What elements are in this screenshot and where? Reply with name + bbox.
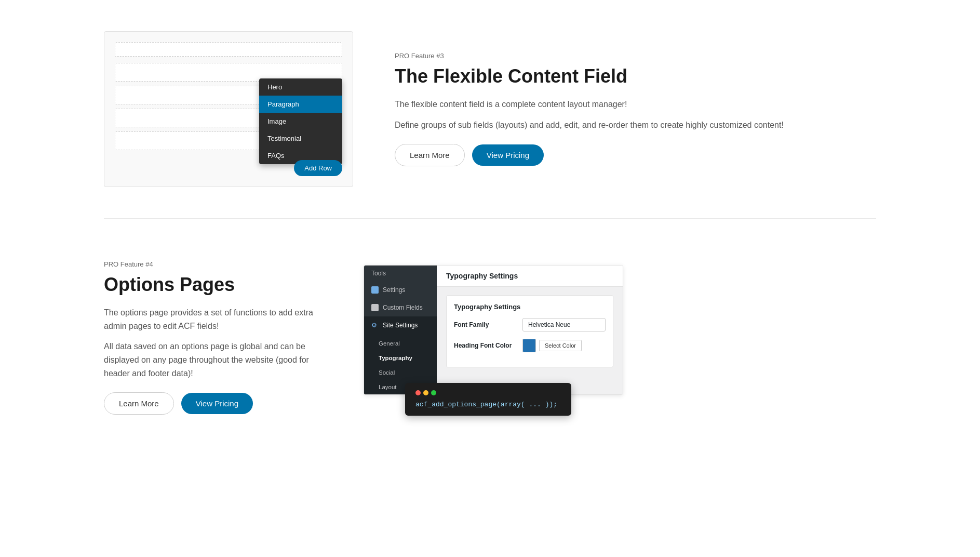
font-family-label: Font Family — [454, 321, 516, 328]
pro-badge-2: PRO Feature #4 — [104, 260, 322, 268]
code-snippet-overlay: acf_add_options_page(array( ... )); — [405, 383, 571, 416]
typography-settings-body: Typography Settings Font Family Helvetic… — [437, 287, 623, 376]
code-window-dots — [415, 390, 561, 395]
font-family-value[interactable]: Helvetica Neue — [522, 318, 606, 331]
code-text: acf_add_options_page(array( ... )); — [415, 401, 561, 408]
typography-section-title: Typography Settings — [454, 303, 606, 311]
font-family-row: Font Family Helvetica Neue — [454, 318, 606, 331]
flexible-visual-container: Hero Paragraph Image Testimonial FAQs Ad… — [104, 31, 353, 187]
section-flexible-content: Hero Paragraph Image Testimonial FAQs Ad… — [0, 0, 980, 218]
learn-more-button-1[interactable]: Learn More — [395, 144, 465, 166]
gear-icon: ⚙ — [371, 322, 379, 329]
page-wrapper: Hero Paragraph Image Testimonial FAQs Ad… — [0, 0, 980, 456]
dot-green — [431, 390, 436, 395]
section-2-desc1: The options page provides a set of funct… — [104, 306, 322, 333]
section-2-title: Options Pages — [104, 273, 322, 296]
select-color-button[interactable]: Select Color — [539, 340, 582, 351]
learn-more-button-2[interactable]: Learn More — [104, 392, 174, 415]
dot-red — [415, 390, 421, 395]
sidebar-item-settings[interactable]: Settings — [364, 281, 437, 299]
color-input-group: Select Color — [522, 339, 582, 352]
section-1-desc2: Define groups of sub fields (layouts) an… — [395, 118, 876, 132]
sidebar-item-custom-fields[interactable]: Custom Fields — [364, 299, 437, 316]
dot-yellow — [423, 390, 428, 395]
custom-fields-icon — [371, 304, 379, 311]
sidebar-site-settings-label: Site Settings — [383, 322, 418, 329]
section-1-title: The Flexible Content Field — [395, 65, 876, 87]
wp-sidebar: Tools Settings Custom Fields ⚙ Site Sett… — [364, 266, 437, 394]
dropdown-item-image[interactable]: Image — [259, 113, 342, 130]
flexible-content-text: PRO Feature #3 The Flexible Content Fiel… — [395, 52, 876, 166]
section-1-desc1: The flexible content field is a complete… — [395, 98, 876, 111]
layout-dropdown[interactable]: Hero Paragraph Image Testimonial FAQs — [259, 78, 342, 164]
sidebar-tools: Tools — [364, 266, 437, 281]
add-row-button[interactable]: Add Row — [294, 160, 342, 176]
view-pricing-button-1[interactable]: View Pricing — [472, 144, 544, 166]
section-1-buttons: Learn More View Pricing — [395, 144, 876, 166]
heading-color-label: Heading Font Color — [454, 342, 516, 349]
pro-badge-1: PRO Feature #3 — [395, 52, 876, 60]
flexible-content-visual: Hero Paragraph Image Testimonial FAQs Ad… — [104, 31, 353, 187]
heading-color-row: Heading Font Color Select Color — [454, 339, 606, 352]
settings-icon — [371, 286, 379, 294]
typography-settings-header: Typography Settings — [437, 266, 623, 287]
flex-row-top — [115, 42, 342, 57]
submenu-typography[interactable]: Typography — [364, 351, 437, 365]
wp-admin-panel: Tools Settings Custom Fields ⚙ Site Sett… — [364, 265, 623, 395]
options-visual-container: Tools Settings Custom Fields ⚙ Site Sett… — [364, 265, 634, 410]
options-pages-visual: Tools Settings Custom Fields ⚙ Site Sett… — [364, 265, 876, 410]
submenu-social[interactable]: Social — [364, 365, 437, 380]
dropdown-item-paragraph[interactable]: Paragraph — [259, 96, 342, 113]
options-pages-text: PRO Feature #4 Options Pages The options… — [104, 260, 322, 415]
dropdown-item-hero[interactable]: Hero — [259, 78, 342, 96]
wp-main-content: Typography Settings Typography Settings … — [437, 266, 623, 394]
sidebar-item-site-settings[interactable]: ⚙ Site Settings — [364, 316, 437, 334]
section-2-desc2: All data saved on an options page is glo… — [104, 340, 322, 380]
section-2-buttons: Learn More View Pricing — [104, 392, 322, 415]
sidebar-settings-label: Settings — [383, 286, 405, 294]
section-options-pages: PRO Feature #4 Options Pages The options… — [0, 219, 980, 456]
sidebar-custom-fields-label: Custom Fields — [383, 304, 423, 311]
color-swatch[interactable] — [522, 339, 536, 352]
submenu-general[interactable]: General — [364, 336, 437, 351]
view-pricing-button-2[interactable]: View Pricing — [181, 393, 253, 414]
dropdown-item-testimonial[interactable]: Testimonial — [259, 130, 342, 147]
